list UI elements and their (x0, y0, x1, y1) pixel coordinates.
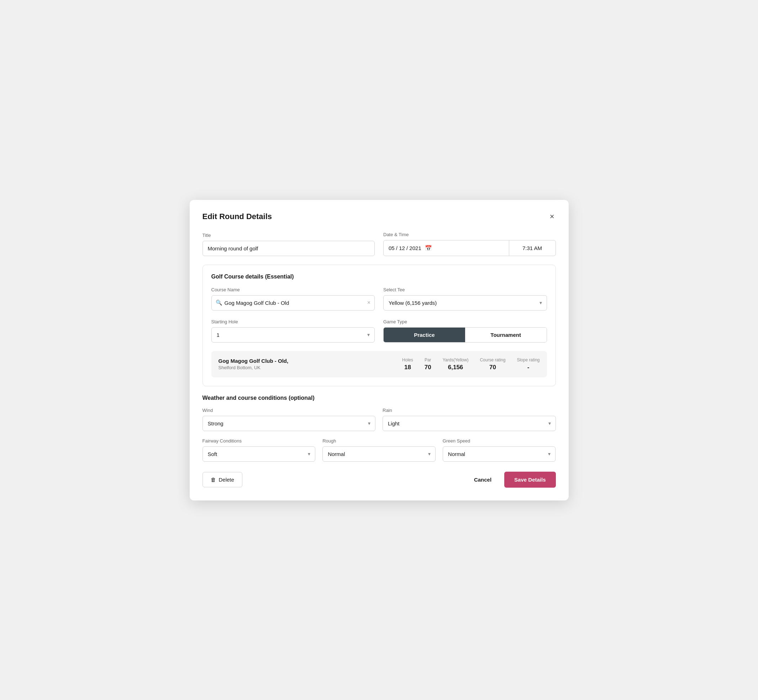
green-speed-wrap: SlowNormalFastVery Fast ▾ (443, 446, 556, 462)
par-value: 70 (424, 364, 431, 371)
wind-dropdown[interactable]: NoneLightModerateStrongVery Strong (202, 416, 376, 431)
hole-gametype-row: Starting Hole 1234 5678 910 ▾ Game Type … (211, 319, 547, 342)
rough-wrap: ShortNormalLongVery Long ▾ (323, 446, 435, 462)
modal-header: Edit Round Details × (202, 211, 556, 222)
holes-value: 18 (404, 364, 411, 371)
title-datetime-row: Title Date & Time 05 / 12 / 2021 📅 7:31 … (202, 232, 556, 256)
starting-hole-group: Starting Hole 1234 5678 910 ▾ (211, 319, 375, 342)
starting-hole-dropdown[interactable]: 1234 5678 910 (211, 327, 375, 342)
starting-hole-wrap: 1234 5678 910 ▾ (211, 327, 375, 342)
close-button[interactable]: × (548, 211, 556, 222)
title-field-group: Title (202, 233, 375, 256)
delete-button[interactable]: 🗑 Delete (202, 472, 242, 487)
rain-dropdown[interactable]: NoneLightModerateHeavy (382, 416, 556, 431)
tournament-button[interactable]: Tournament (465, 328, 547, 342)
green-speed-group: Green Speed SlowNormalFastVery Fast ▾ (443, 438, 556, 462)
yards-stat: Yards(Yellow) 6,156 (443, 358, 469, 371)
weather-title: Weather and course conditions (optional) (202, 395, 556, 401)
fairway-wrap: SoftNormalHardVery Hard ▾ (202, 446, 316, 462)
holes-label: Holes (402, 358, 413, 362)
select-tee-wrap: Yellow (6,156 yards) White Red Blue ▾ (383, 295, 547, 311)
course-info-name: Gog Magog Golf Club - Old, (219, 358, 391, 364)
cancel-button[interactable]: Cancel (468, 472, 497, 487)
yards-label: Yards(Yellow) (443, 358, 469, 362)
conditions-row: Fairway Conditions SoftNormalHardVery Ha… (202, 438, 556, 462)
slope-rating-label: Slope rating (517, 358, 539, 362)
game-type-label: Game Type (383, 319, 547, 324)
wind-label: Wind (202, 408, 376, 413)
footer-row: 🗑 Delete Cancel Save Details (202, 472, 556, 488)
wind-wrap: NoneLightModerateStrongVery Strong ▾ (202, 416, 376, 431)
course-rating-label: Course rating (480, 358, 505, 362)
search-icon: 🔍 (216, 300, 222, 306)
golf-course-section: Golf Course details (Essential) Course N… (202, 265, 556, 386)
weather-section: Weather and course conditions (optional)… (202, 395, 556, 462)
delete-label: Delete (219, 477, 234, 483)
calendar-icon: 📅 (425, 245, 432, 252)
game-type-group: Game Type Practice Tournament (383, 319, 547, 342)
fairway-dropdown[interactable]: SoftNormalHardVery Hard (202, 446, 316, 462)
par-label: Par (424, 358, 431, 362)
wind-rain-row: Wind NoneLightModerateStrongVery Strong … (202, 408, 556, 431)
time-value: 7:31 AM (522, 245, 542, 251)
save-button[interactable]: Save Details (504, 472, 556, 488)
date-time-group: 05 / 12 / 2021 📅 7:31 AM (383, 240, 556, 256)
course-name-search-wrap: 🔍 × (211, 295, 375, 311)
title-input[interactable] (202, 241, 375, 256)
holes-stat: Holes 18 (402, 358, 413, 371)
rough-label: Rough (323, 438, 435, 444)
fairway-label: Fairway Conditions (202, 438, 316, 444)
modal-title: Edit Round Details (202, 212, 272, 221)
slope-rating-stat: Slope rating - (517, 358, 539, 371)
trash-icon: 🗑 (211, 477, 216, 483)
course-info-name-block: Gog Magog Golf Club - Old, Shelford Bott… (219, 358, 391, 370)
rain-wrap: NoneLightModerateHeavy ▾ (382, 416, 556, 431)
title-label: Title (202, 233, 375, 238)
course-tee-row: Course Name 🔍 × Select Tee Yellow (6,156… (211, 287, 547, 311)
select-tee-dropdown[interactable]: Yellow (6,156 yards) White Red Blue (383, 295, 547, 311)
date-display[interactable]: 05 / 12 / 2021 📅 (384, 241, 509, 256)
course-name-group: Course Name 🔍 × (211, 287, 375, 311)
course-name-label: Course Name (211, 287, 375, 292)
yards-value: 6,156 (448, 364, 464, 371)
rain-group: Rain NoneLightModerateHeavy ▾ (382, 408, 556, 431)
wind-group: Wind NoneLightModerateStrongVery Strong … (202, 408, 376, 431)
datetime-label: Date & Time (383, 232, 556, 237)
date-value: 05 / 12 / 2021 (388, 245, 421, 251)
rain-label: Rain (382, 408, 556, 413)
footer-right: Cancel Save Details (468, 472, 556, 488)
select-tee-group: Select Tee Yellow (6,156 yards) White Re… (383, 287, 547, 311)
course-rating-value: 70 (489, 364, 496, 371)
time-display[interactable]: 7:31 AM (509, 241, 556, 256)
green-speed-label: Green Speed (443, 438, 556, 444)
fairway-group: Fairway Conditions SoftNormalHardVery Ha… (202, 438, 316, 462)
course-name-input[interactable] (211, 295, 375, 311)
green-speed-dropdown[interactable]: SlowNormalFastVery Fast (443, 446, 556, 462)
clear-course-icon[interactable]: × (367, 300, 370, 306)
golf-course-title: Golf Course details (Essential) (211, 273, 547, 280)
slope-rating-value: - (528, 364, 529, 371)
starting-hole-label: Starting Hole (211, 319, 375, 324)
rough-group: Rough ShortNormalLongVery Long ▾ (323, 438, 435, 462)
practice-button[interactable]: Practice (384, 328, 465, 342)
course-rating-stat: Course rating 70 (480, 358, 505, 371)
course-info-location: Shelford Bottom, UK (219, 365, 391, 370)
datetime-field-group: Date & Time 05 / 12 / 2021 📅 7:31 AM (383, 232, 556, 256)
rough-dropdown[interactable]: ShortNormalLongVery Long (323, 446, 435, 462)
edit-round-modal: Edit Round Details × Title Date & Time 0… (190, 200, 568, 500)
select-tee-label: Select Tee (383, 287, 547, 292)
game-type-toggle: Practice Tournament (383, 327, 547, 342)
course-info-bar: Gog Magog Golf Club - Old, Shelford Bott… (211, 351, 547, 377)
par-stat: Par 70 (424, 358, 431, 371)
